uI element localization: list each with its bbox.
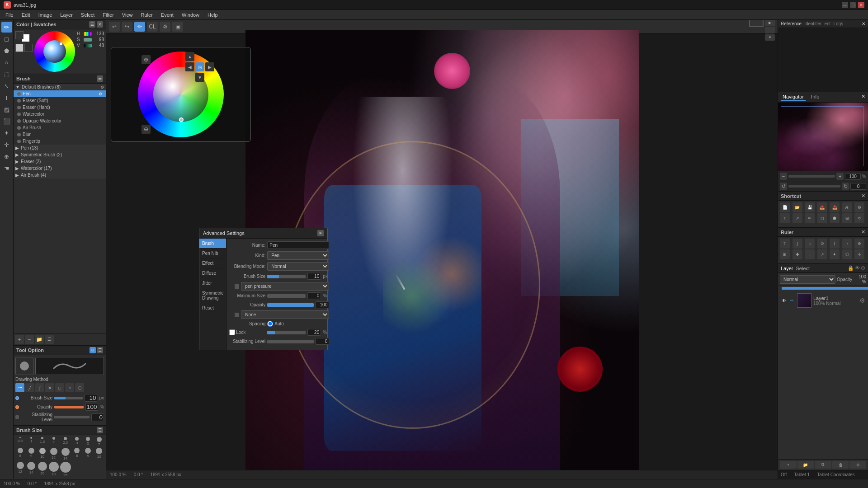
close-button[interactable]: ✕ (858, 2, 864, 8)
ruler-panel-close[interactable]: ✕ (861, 229, 865, 235)
stabilizing-input[interactable] (91, 413, 104, 421)
layer-tab-select[interactable]: Select (796, 266, 810, 271)
layer-item-1[interactable]: 👁 ✏ Layer1 100% Normal ⚙ (778, 292, 868, 309)
popup-zoom-out[interactable]: ⊖ (142, 125, 151, 134)
nav-viewport-indicator[interactable] (781, 106, 863, 167)
layer-mode-select[interactable]: Normal (780, 275, 835, 284)
ruler-circle[interactable]: ⊙ (817, 239, 827, 249)
adv-minsize-input[interactable] (307, 292, 321, 299)
layer-tab-layer[interactable]: Layer (781, 266, 793, 271)
ruler-hex[interactable]: ⬡ (842, 249, 852, 259)
tool-option-header[interactable]: Tool Option ⚙ ☰ (14, 346, 106, 355)
brush-group-pen[interactable]: ▶ Pen (13) (14, 145, 106, 151)
pattern-swatch[interactable] (15, 44, 24, 52)
menu-item-edit[interactable]: Edit (18, 11, 34, 19)
ct-undo[interactable]: ↩ (109, 22, 120, 32)
layer-opacity-bar[interactable] (782, 287, 868, 290)
adv-blending-select[interactable]: Normal (267, 262, 329, 271)
nav-zoom-in-btn[interactable]: + (836, 173, 844, 180)
sc-eraser2[interactable]: ◻ (817, 213, 827, 223)
tool-eraser[interactable]: ◻ (1, 33, 12, 44)
nav-rotate-left[interactable]: ↺ (780, 183, 787, 190)
ruler-curve[interactable]: ∫ (793, 239, 802, 249)
menu-item-filter[interactable]: Filter (99, 11, 117, 19)
bs-item-16[interactable]: 12 (15, 462, 25, 477)
minimize-button[interactable]: — (842, 2, 848, 8)
menu-item-ruler[interactable]: Ruler (137, 11, 156, 19)
ct-quick-2[interactable]: ▶ (765, 20, 775, 26)
tool-text[interactable]: T (1, 92, 12, 103)
tool-pen[interactable]: ✏ (1, 22, 12, 33)
sc-new[interactable]: 📄 (780, 202, 790, 212)
adv-close[interactable]: ✕ (317, 230, 324, 236)
ruler-straight[interactable]: ⊤ (780, 239, 790, 249)
color-ring[interactable] (34, 31, 75, 72)
sc-arrow[interactable]: ↗ (793, 213, 802, 223)
adv-sidebar-pennib[interactable]: Pen Nib (199, 249, 226, 258)
brush-item-opaque-watercolor[interactable]: Opaque Watercolor (14, 117, 106, 124)
bs-item-8[interactable]: 8 (15, 448, 25, 460)
dm-rect[interactable]: □ (55, 383, 64, 392)
popup-zoom-in[interactable]: ⊕ (142, 55, 151, 64)
ref-tab-reference[interactable]: Reference (781, 21, 802, 26)
bs-item-15[interactable]: 10 (94, 448, 104, 460)
layer-duplicate-btn[interactable]: ⧉ (815, 461, 831, 469)
ref-tab-identifier[interactable]: Identifier (804, 21, 821, 26)
adv-opacity-slider[interactable] (267, 303, 314, 307)
layer-merge-btn[interactable]: ⊕ (849, 461, 866, 469)
brush-group-eraser[interactable]: ▶ Eraser (2) (14, 158, 106, 165)
arrow-center[interactable]: ◎ (195, 62, 204, 71)
ruler-header[interactable]: Ruler ✕ (778, 228, 868, 237)
val-slider[interactable] (84, 44, 92, 47)
brush-folder-btn[interactable]: 📁 (35, 335, 44, 344)
ct-pen-active[interactable]: ✏ (134, 22, 145, 32)
tool-transform[interactable]: ⤡ (1, 80, 12, 91)
hue-slider[interactable] (84, 32, 92, 36)
ref-tab-ent[interactable]: ent (825, 21, 831, 26)
adv-opacity-controller[interactable]: None (241, 310, 329, 319)
adv-name-input[interactable] (267, 241, 329, 249)
bs-item-2[interactable]: 1.5 (38, 437, 47, 446)
brush-item-pen[interactable]: Pen ⚙ (14, 90, 106, 97)
tool-option-menu[interactable]: ☰ (97, 347, 103, 353)
tool-shape[interactable]: ○ (1, 57, 12, 68)
tool-hand[interactable]: ☚ (1, 163, 12, 174)
ruler-cross[interactable]: ✚ (793, 249, 802, 259)
bs-item-11[interactable]: 12 (49, 448, 59, 460)
brush-item-watercolor[interactable]: Watercolor (14, 111, 106, 117)
bs-item-0[interactable]: 0.5 (15, 437, 25, 446)
adv-spacing-auto-radio[interactable] (267, 321, 273, 327)
brush-list-menu[interactable]: ☰ (45, 335, 54, 344)
sc-rotate[interactable]: ↺ (854, 213, 864, 223)
ruler-grid[interactable]: ⊞ (780, 249, 790, 259)
color-panel-menu[interactable]: ☰ (89, 21, 95, 28)
tool-gradient[interactable]: ▨ (1, 104, 12, 115)
brush-size-input[interactable] (85, 394, 97, 402)
wheel-handle[interactable] (179, 117, 184, 122)
foreground-color-box[interactable] (15, 31, 24, 39)
sc-brush2[interactable]: ✏ (805, 213, 815, 223)
ref-panel-close[interactable]: ✕ (862, 21, 865, 26)
bs-item-14[interactable]: 9 (83, 448, 93, 460)
brush-panel-header[interactable]: Brush ☰ (14, 74, 106, 84)
brush-item-blur[interactable]: Blur (14, 131, 106, 138)
brush-item-fingertip[interactable]: Fingertip (14, 138, 106, 145)
adv-minsize-slider[interactable] (267, 294, 306, 298)
ct-fg-color[interactable] (749, 20, 764, 27)
bs-item-20[interactable]: 25 (60, 462, 71, 477)
shortcut-panel-close[interactable]: ✕ (861, 193, 865, 199)
layer-settings-btn[interactable]: ⚙ (859, 297, 865, 304)
brush-size-menu[interactable]: ☰ (97, 427, 103, 433)
ruler-ellipse2[interactable]: ○ (805, 239, 815, 249)
nav-zoom-out-btn[interactable]: − (780, 173, 787, 180)
opacity-input[interactable] (85, 403, 98, 411)
menu-item-image[interactable]: Image (35, 11, 56, 19)
nav-zoom-slider[interactable] (788, 175, 835, 178)
fore-back-colors[interactable] (15, 31, 30, 42)
dm-poly[interactable]: ⬡ (75, 383, 84, 392)
adv-sidebar-symmetric[interactable]: Symmetric Drawing (199, 288, 226, 303)
dm-curve[interactable]: ∫ (35, 383, 44, 392)
opacity-slider[interactable] (54, 406, 84, 408)
arrow-down[interactable]: ▼ (195, 73, 204, 82)
layer-visibility-btn[interactable]: 👁 (781, 297, 787, 304)
